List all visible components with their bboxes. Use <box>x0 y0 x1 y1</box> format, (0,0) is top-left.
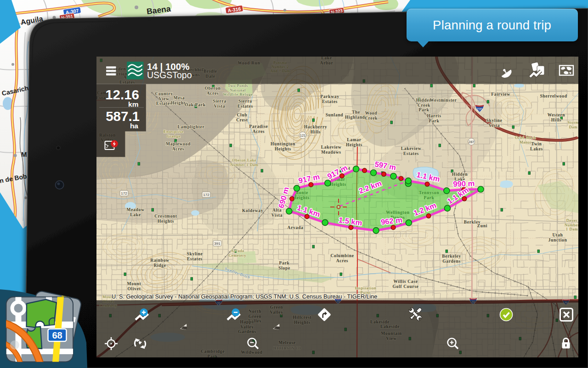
svg-text:Sunland: Sunland <box>326 113 344 117</box>
svg-text:LamarHeights: LamarHeights <box>346 138 362 147</box>
svg-text:Arvada: Arvada <box>288 225 304 230</box>
svg-text:172: 172 <box>203 193 209 197</box>
svg-text:ArvadaCemetery: ArvadaCemetery <box>229 248 247 258</box>
svg-text:LakeviewMeadows: LakeviewMeadows <box>321 145 342 155</box>
svg-text:391: 391 <box>214 242 220 246</box>
svg-text:AltaVista: AltaVista <box>271 208 283 218</box>
svg-text:121: 121 <box>300 133 306 138</box>
svg-text:WoodCreek: WoodCreek <box>365 111 378 121</box>
svg-text:ha: ha <box>130 122 138 130</box>
svg-text:Zuni: Zuni <box>477 224 487 228</box>
svg-text:U. S. Geological Survey - Nati: U. S. Geological Survey - National Geosp… <box>112 293 377 300</box>
svg-text:Willis CaseGolf Course: Willis CaseGolf Course <box>392 279 418 289</box>
svg-text:Lamplighter: Lamplighter <box>178 125 205 129</box>
svg-text:SierraVista: SierraVista <box>213 99 226 109</box>
svg-text:Westminster: Westminster <box>430 98 457 103</box>
svg-text:HarrisPark: HarrisPark <box>427 114 441 123</box>
svg-text:TwinLakes: TwinLakes <box>530 142 543 151</box>
svg-text:km: km <box>128 100 138 108</box>
svg-text:LakeviewEstates: LakeviewEstates <box>401 146 422 156</box>
svg-text:270: 270 <box>477 107 483 111</box>
svg-text:OberonAcres: OberonAcres <box>204 86 220 96</box>
svg-text:USGSTopo: USGSTopo <box>147 70 192 80</box>
svg-text:CrestmontHeights: CrestmontHeights <box>154 214 177 224</box>
svg-text:StormDam: StormDam <box>568 120 578 129</box>
svg-text:ParkSlope: ParkSlope <box>278 261 290 270</box>
svg-text:172: 172 <box>121 191 127 196</box>
svg-text:ClubCrest: ClubCrest <box>236 113 248 122</box>
svg-text:ParkwayEstates: ParkwayEstates <box>320 94 339 104</box>
svg-text:68: 68 <box>52 330 62 340</box>
svg-text:Oberon LakeNumber 1 Dam: Oberon LakeNumber 1 Dam <box>230 158 258 167</box>
svg-text:Sherrelwood: Sherrelwood <box>540 94 567 98</box>
svg-text:Fairview: Fairview <box>491 92 510 97</box>
svg-text:Koldeway: Koldeway <box>242 208 263 213</box>
svg-text:BerkeleyGardens: BerkeleyGardens <box>442 254 461 264</box>
svg-text:287: 287 <box>469 140 475 144</box>
svg-text:DeverNumber1 Dam: DeverNumber1 Dam <box>565 218 578 231</box>
svg-text:SierraEstates: SierraEstates <box>237 99 253 109</box>
svg-text:Oak Park: Oak Park <box>185 103 205 107</box>
svg-text:SkylineEstates: SkylineEstates <box>187 252 203 261</box>
